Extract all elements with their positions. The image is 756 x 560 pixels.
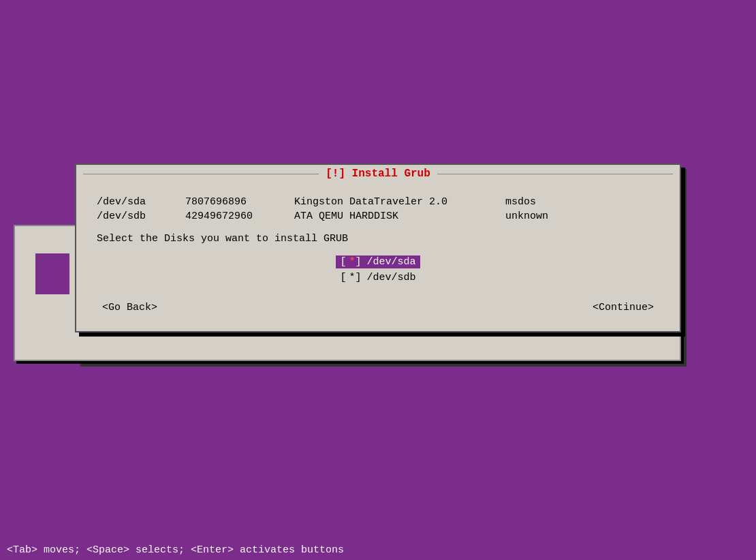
disk-row-sdb: /dev/sdb 42949672960 ATA QEMU HARDDISK u… xyxy=(97,211,659,222)
checkbox-sdb-label: /dev/sdb xyxy=(367,272,416,283)
checkbox-sda-label: /dev/sda xyxy=(367,256,416,268)
disk-sdb-dev: /dev/sdb xyxy=(97,211,165,222)
checkbox-sdb-open: [ xyxy=(340,272,346,283)
checkbox-list: [ * ] /dev/sda [ * ] /dev/sdb xyxy=(97,255,659,284)
dialog-title: [!] Install Grub xyxy=(319,168,437,180)
disk-sdb-size: 42949672960 xyxy=(185,211,274,222)
disk-sda-type: msdos xyxy=(505,196,573,208)
disk-list: /dev/sda 7807696896 Kingston DataTravele… xyxy=(97,196,659,222)
dialog-buttons: <Go Back> <Continue> xyxy=(97,298,659,317)
bg-left-bar xyxy=(35,253,69,294)
title-line-left xyxy=(83,174,319,174)
status-bar-text: <Tab> moves; <Space> selects; <Enter> ac… xyxy=(7,544,344,556)
title-line-right xyxy=(437,174,673,174)
continue-button[interactable]: <Continue> xyxy=(587,300,659,315)
select-disks-label: Select the Disks you want to install GRU… xyxy=(97,233,659,245)
disk-sdb-name: ATA QEMU HARDDISK xyxy=(294,211,485,222)
checkbox-sda-mark: * xyxy=(349,256,355,268)
go-back-button[interactable]: <Go Back> xyxy=(97,300,163,315)
checkbox-sdb-mark: * xyxy=(349,272,355,283)
disk-sda-name: Kingston DataTraveler 2.0 xyxy=(294,196,485,208)
install-grub-dialog: [!] Install Grub /dev/sda 7807696896 Kin… xyxy=(75,164,681,332)
disk-sda-size: 7807696896 xyxy=(185,196,274,208)
checkbox-sdb-close: ] xyxy=(356,272,362,283)
checkbox-sda-close: ] xyxy=(356,256,362,268)
disk-sda-dev: /dev/sda xyxy=(97,196,165,208)
checkbox-sda[interactable]: [ * ] /dev/sda xyxy=(336,255,420,268)
disk-sdb-type: unknown xyxy=(505,211,573,222)
checkbox-sdb[interactable]: [ * ] /dev/sdb xyxy=(336,271,420,284)
dialog-body: /dev/sda 7807696896 Kingston DataTravele… xyxy=(76,183,680,331)
status-bar: <Tab> moves; <Space> selects; <Enter> ac… xyxy=(0,540,756,560)
dialog-title-bar: [!] Install Grub xyxy=(76,165,680,183)
disk-row-sda: /dev/sda 7807696896 Kingston DataTravele… xyxy=(97,196,659,208)
checkbox-sda-open: [ xyxy=(340,256,346,268)
